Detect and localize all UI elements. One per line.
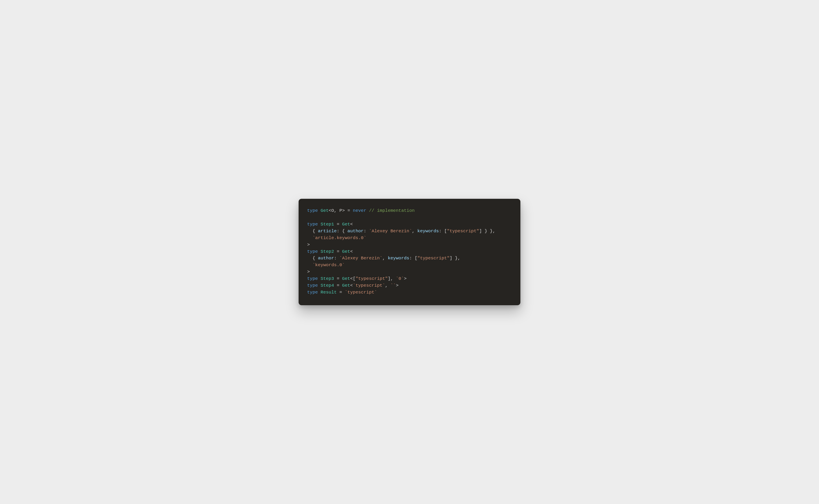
- code-card: type Get<O, P> = never // implementation…: [299, 199, 520, 305]
- string-author: `Alexey Berezin`: [369, 229, 412, 234]
- angle-close: >: [307, 269, 310, 274]
- brace-open: {: [342, 229, 347, 234]
- prop-author: author: [318, 256, 334, 261]
- colon-bracket: : [: [439, 229, 447, 234]
- comment: // implementation: [369, 208, 415, 213]
- string-typescript: `typescript`: [353, 283, 385, 288]
- type-get: Get: [342, 222, 350, 227]
- angle-close: >: [307, 242, 310, 247]
- angle-open: <: [350, 222, 353, 227]
- equals: =: [334, 249, 342, 254]
- generic-p: P: [339, 208, 342, 213]
- prop-keywords: keywords: [417, 229, 439, 234]
- string-empty: ``: [391, 283, 396, 288]
- angle-bracket-open: <[: [350, 276, 356, 281]
- indent: [307, 229, 312, 234]
- bracket-close-comma: ],: [388, 276, 396, 281]
- colon: :: [364, 229, 369, 234]
- type-step2: Step2: [321, 249, 334, 254]
- type-result: Result: [321, 290, 337, 295]
- generic-o: O: [331, 208, 334, 213]
- string-path: `article.keywords.0`: [312, 235, 366, 240]
- code-block: type Get<O, P> = never // implementation…: [307, 207, 512, 296]
- space: [366, 208, 369, 213]
- close-braces: ] },: [450, 256, 460, 261]
- indent: [307, 263, 312, 267]
- string-zero: `0`: [396, 276, 404, 281]
- angle-close: >: [342, 208, 345, 213]
- prop-author: author: [347, 229, 364, 234]
- string-typescript: "typescript": [417, 256, 450, 261]
- keyword-type: type: [307, 276, 318, 281]
- type-step3: Step3: [321, 276, 334, 281]
- keyword-type: type: [307, 249, 318, 254]
- comma: ,: [334, 208, 339, 213]
- string-typescript: `typescript`: [345, 290, 377, 295]
- keyword-type: type: [307, 208, 318, 213]
- string-typescript: "typescript": [356, 276, 388, 281]
- angle-close: >: [396, 283, 399, 288]
- equals: =: [337, 290, 345, 295]
- prop-article: article: [318, 229, 337, 234]
- indent: [307, 256, 312, 261]
- comma: ,: [412, 229, 417, 234]
- string-typescript: "typescript": [447, 229, 479, 234]
- string-author: `Alexey Berezin`: [339, 256, 382, 261]
- string-path: `keywords.0`: [312, 263, 345, 267]
- keyword-type: type: [307, 290, 318, 295]
- colon: :: [334, 256, 339, 261]
- brace-open: {: [312, 229, 318, 234]
- type-get: Get: [342, 276, 350, 281]
- equals: =: [345, 208, 353, 213]
- colon-bracket: : [: [409, 256, 417, 261]
- angle-open: <: [329, 208, 331, 213]
- equals: =: [334, 283, 342, 288]
- brace-open: {: [312, 256, 318, 261]
- comma: ,: [385, 283, 391, 288]
- angle-open: <: [350, 249, 353, 254]
- prop-keywords: keywords: [388, 256, 409, 261]
- type-get: Get: [342, 249, 350, 254]
- type-step1: Step1: [321, 222, 334, 227]
- colon: :: [337, 229, 342, 234]
- type-get: Get: [321, 208, 329, 213]
- angle-close: >: [404, 276, 407, 281]
- type-step4: Step4: [321, 283, 334, 288]
- indent: [307, 235, 312, 240]
- keyword-never: never: [353, 208, 366, 213]
- close-braces: ] } },: [479, 229, 495, 234]
- type-get: Get: [342, 283, 350, 288]
- keyword-type: type: [307, 222, 318, 227]
- keyword-type: type: [307, 283, 318, 288]
- equals: =: [334, 276, 342, 281]
- equals: =: [334, 222, 342, 227]
- angle-open: <: [350, 283, 353, 288]
- comma: ,: [382, 256, 388, 261]
